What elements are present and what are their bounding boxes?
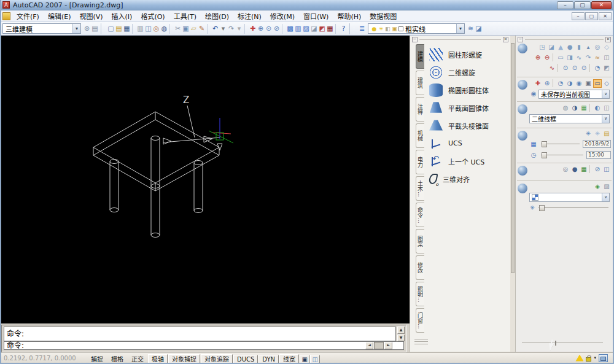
polysolid-icon[interactable]: ▭ bbox=[556, 53, 565, 62]
3d-navigate-panel-icon[interactable] bbox=[518, 80, 527, 90]
time-value[interactable]: 15:00 bbox=[586, 151, 611, 159]
lightbulb-icon[interactable]: ● bbox=[371, 24, 378, 34]
status-toggle-button[interactable]: 极轴 bbox=[148, 354, 168, 363]
mdi-minimize-button[interactable]: – bbox=[572, 12, 585, 20]
tool-frustum-pyramid[interactable]: 平截头棱锥面 bbox=[429, 117, 504, 134]
pan-icon[interactable]: ✚ bbox=[534, 79, 542, 88]
chevron-down-icon[interactable]: ∨ bbox=[602, 90, 609, 98]
materials-panel-icon[interactable] bbox=[518, 184, 527, 193]
cone-icon[interactable]: ▲ bbox=[556, 43, 565, 52]
status-toggle-button[interactable]: 对象追踪 bbox=[201, 354, 233, 363]
3d-array-icon[interactable]: ◔ bbox=[593, 64, 602, 72]
texture-toggle-icon[interactable]: ◫ bbox=[602, 104, 611, 112]
sun-status-icon[interactable]: ✳ bbox=[593, 130, 602, 138]
command-hscrollbar[interactable]: ◄ ► bbox=[365, 342, 401, 349]
torus-icon[interactable]: ◎ bbox=[593, 43, 602, 52]
scrollbar-thumb[interactable] bbox=[374, 342, 384, 349]
collapse-icon[interactable]: − bbox=[412, 37, 418, 42]
maximize-button[interactable]: ▢ bbox=[574, 1, 591, 9]
status-toggle-button[interactable]: 线宽 bbox=[279, 354, 299, 363]
sphere-icon[interactable]: ● bbox=[565, 43, 574, 52]
menu-item[interactable]: 插入(I) bbox=[107, 10, 137, 22]
redo-icon[interactable]: ↷ bbox=[227, 24, 235, 34]
materials-editor-icon[interactable]: ◈ bbox=[593, 182, 602, 191]
command-input[interactable]: 命令: bbox=[4, 341, 404, 350]
date-slider[interactable] bbox=[541, 141, 580, 147]
sweep-icon[interactable]: ∿ bbox=[575, 53, 583, 62]
palette-tab[interactable]: 建筑 bbox=[416, 71, 424, 95]
status-toggle-button[interactable]: 正交 bbox=[128, 354, 147, 363]
menu-item[interactable]: 视图(V) bbox=[75, 10, 107, 22]
palette-tab[interactable]: 命令... bbox=[416, 203, 424, 227]
zoom-realtime-icon[interactable]: ⊕ bbox=[257, 24, 265, 34]
tool-ucs[interactable]: UCS bbox=[429, 134, 504, 152]
copy-icon[interactable]: ▣ bbox=[182, 24, 190, 34]
menu-item[interactable]: 窗口(W) bbox=[299, 10, 333, 22]
layer-previous-icon[interactable]: ≋ bbox=[467, 24, 475, 34]
chevron-down-icon[interactable]: ▾ bbox=[72, 24, 80, 33]
menu-item[interactable]: 编辑(E) bbox=[44, 10, 76, 22]
layer-states-icon[interactable]: ◪ bbox=[475, 24, 483, 34]
close-button[interactable]: ✕ bbox=[591, 1, 612, 9]
paste-icon[interactable]: ▱ bbox=[190, 24, 198, 34]
wedge-icon[interactable]: ◪ bbox=[547, 43, 556, 52]
visual-style-panel-icon[interactable] bbox=[518, 104, 527, 114]
union-icon[interactable]: ⊕ bbox=[534, 53, 542, 62]
revolve-icon[interactable]: ↷ bbox=[584, 53, 593, 62]
match-properties-icon[interactable]: ✎ bbox=[198, 24, 206, 34]
scrollbar-thumb[interactable] bbox=[511, 43, 515, 273]
menu-item[interactable]: 格式(O) bbox=[136, 10, 169, 22]
visual-style-combobox[interactable]: 二维线框 ∨ bbox=[529, 114, 610, 123]
markup-set-manager-icon[interactable]: ◪ bbox=[310, 24, 318, 34]
scroll-left-icon[interactable]: ◄ bbox=[365, 342, 373, 349]
clean-screen-button[interactable] bbox=[599, 354, 608, 362]
sky-status-icon[interactable]: ✳ bbox=[584, 130, 593, 138]
tool-cylindrical-helix[interactable]: 圆柱形螺旋 bbox=[429, 45, 504, 63]
menu-item[interactable]: 文件(F) bbox=[12, 10, 44, 22]
tool-2d-spiral[interactable]: 二维螺旋 bbox=[429, 63, 504, 81]
tool-elliptical-cylinder[interactable]: 椭圆形圆柱体 bbox=[429, 81, 504, 99]
3d-make-panel-icon[interactable] bbox=[518, 44, 527, 53]
save-workspace-icon[interactable]: ▤ bbox=[91, 24, 99, 34]
palette-tab[interactable]: 图案 bbox=[416, 229, 424, 254]
palette-tab[interactable]: 照明... bbox=[416, 282, 424, 306]
render-output-icon[interactable]: ◫ bbox=[602, 165, 611, 174]
subtract-icon[interactable]: ⊖ bbox=[543, 53, 551, 62]
pyramid-icon[interactable]: ▴ bbox=[584, 43, 593, 52]
parallel-projection-icon[interactable]: ▭ bbox=[593, 79, 602, 88]
plot-preview-icon[interactable]: ◫ bbox=[144, 24, 152, 34]
plot-icon[interactable]: ▥ bbox=[136, 24, 144, 34]
status-toggle-button[interactable]: 捕捉 bbox=[87, 354, 107, 363]
date-value[interactable]: 2018/9/2 bbox=[583, 140, 611, 148]
swivel-icon[interactable]: ◑ bbox=[565, 79, 574, 88]
menu-item[interactable]: 修改(M) bbox=[266, 10, 299, 22]
menu-item[interactable]: 绘图(D) bbox=[201, 10, 233, 22]
design-center-icon[interactable]: ▥ bbox=[294, 24, 302, 34]
tray-menu-icon[interactable]: ▾ bbox=[594, 355, 596, 360]
render-environment-icon[interactable]: ▦ bbox=[580, 165, 588, 174]
mdi-close-button[interactable]: ✕ bbox=[599, 12, 612, 20]
scroll-down-icon[interactable]: ▼ bbox=[397, 335, 405, 342]
minimize-button[interactable]: – bbox=[557, 1, 573, 9]
menu-item[interactable]: 工具(T) bbox=[169, 10, 201, 22]
palette-tab[interactable]: 门窗... bbox=[416, 308, 424, 333]
render-presets-icon[interactable]: ● bbox=[570, 165, 579, 174]
3d-align-dash-icon[interactable]: ⊙ bbox=[580, 64, 588, 72]
undo-dropdown-icon[interactable]: ▾ bbox=[219, 24, 227, 34]
light-panel-icon[interactable] bbox=[518, 131, 527, 141]
close-icon[interactable]: ✕ bbox=[503, 37, 508, 42]
workspace-combobox[interactable]: 三维建模 ▾ bbox=[2, 23, 81, 34]
lock-icon[interactable]: ◧ bbox=[384, 24, 391, 34]
cut-icon[interactable]: ✂ bbox=[174, 24, 182, 34]
texture-map-icon[interactable]: ▨ bbox=[602, 182, 611, 191]
convert-to-solid-icon[interactable]: ◩ bbox=[602, 64, 611, 72]
2d-wireframe-style-icon[interactable]: ◍ bbox=[561, 104, 570, 112]
perspective-projection-icon[interactable]: ◇ bbox=[602, 79, 611, 88]
visual-style-manager-icon[interactable]: ◐ bbox=[593, 104, 602, 112]
light-list-icon[interactable]: ▤ bbox=[602, 130, 611, 138]
properties-palette-icon[interactable]: ▩ bbox=[286, 24, 294, 34]
chevron-down-icon[interactable]: ▾ bbox=[456, 24, 464, 33]
scroll-right-icon[interactable]: ► bbox=[384, 342, 392, 349]
publish-icon[interactable]: ◎ bbox=[152, 24, 160, 34]
3d-dwf-icon[interactable]: ◍ bbox=[160, 24, 168, 34]
